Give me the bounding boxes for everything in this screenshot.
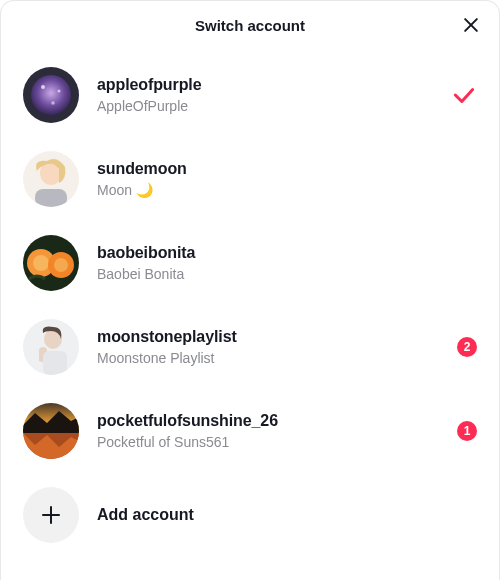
avatar xyxy=(23,319,79,375)
account-username: pocketfulofsunshine_26 xyxy=(97,412,439,430)
account-info: pocketfulofsunshine_26 Pocketful of Suns… xyxy=(97,412,439,450)
close-icon xyxy=(461,15,481,35)
account-username: baobeibonita xyxy=(97,244,459,262)
account-username: appleofpurple xyxy=(97,76,433,94)
sheet-title: Switch account xyxy=(195,17,305,34)
avatar xyxy=(23,151,79,207)
add-account-label: Add account xyxy=(97,506,194,524)
svg-rect-9 xyxy=(35,189,67,207)
avatar xyxy=(23,67,79,123)
account-row-appleofpurple[interactable]: appleofpurple AppleOfPurple xyxy=(1,53,499,137)
account-displayname: Moon 🌙 xyxy=(97,182,459,198)
sheet-header: Switch account xyxy=(1,1,499,49)
avatar xyxy=(23,235,79,291)
moon-icon: 🌙 xyxy=(136,182,153,198)
account-trailing xyxy=(451,82,477,108)
svg-point-5 xyxy=(58,90,61,93)
account-row-moonstoneplaylist[interactable]: moonstoneplaylist Moonstone Playlist 2 xyxy=(1,305,499,389)
svg-point-12 xyxy=(33,255,49,271)
add-account-row[interactable]: Add account xyxy=(1,473,499,557)
account-info: baobeibonita Baobei Bonita xyxy=(97,244,459,282)
account-list: appleofpurple AppleOfPurple sundemoon Mo… xyxy=(1,49,499,557)
account-username: moonstoneplaylist xyxy=(97,328,439,346)
account-username: sundemoon xyxy=(97,160,459,178)
account-displayname: Moonstone Playlist xyxy=(97,350,439,366)
check-icon xyxy=(451,82,477,108)
svg-point-14 xyxy=(54,258,68,272)
account-row-pocketfulofsunshine[interactable]: pocketfulofsunshine_26 Pocketful of Suns… xyxy=(1,389,499,473)
account-trailing: 2 xyxy=(457,337,477,357)
avatar xyxy=(23,403,79,459)
account-displayname: Pocketful of Suns561 xyxy=(97,434,439,450)
svg-rect-17 xyxy=(43,351,67,375)
switch-account-sheet: Switch account appleofpurple AppleOfPurp… xyxy=(0,0,500,580)
account-trailing: 1 xyxy=(457,421,477,441)
account-info: appleofpurple AppleOfPurple xyxy=(97,76,433,114)
svg-point-3 xyxy=(31,75,71,115)
svg-point-4 xyxy=(41,85,45,89)
close-button[interactable] xyxy=(457,11,485,39)
notification-badge: 2 xyxy=(457,337,477,357)
account-info: sundemoon Moon 🌙 xyxy=(97,160,459,198)
svg-point-6 xyxy=(51,101,55,105)
notification-badge: 1 xyxy=(457,421,477,441)
account-info: moonstoneplaylist Moonstone Playlist xyxy=(97,328,439,366)
account-displayname: AppleOfPurple xyxy=(97,98,433,114)
account-displayname: Baobei Bonita xyxy=(97,266,459,282)
account-row-sundemoon[interactable]: sundemoon Moon 🌙 xyxy=(1,137,499,221)
plus-icon xyxy=(39,503,63,527)
account-row-baobeibonita[interactable]: baobeibonita Baobei Bonita xyxy=(1,221,499,305)
add-account-avatar xyxy=(23,487,79,543)
